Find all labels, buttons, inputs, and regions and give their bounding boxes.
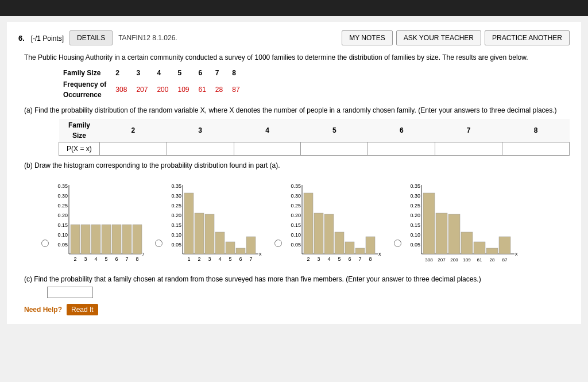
svg-rect-61 bbox=[345, 242, 354, 254]
svg-text:0.30: 0.30 bbox=[291, 193, 301, 199]
svg-text:2: 2 bbox=[74, 256, 76, 262]
svg-text:0.30: 0.30 bbox=[171, 193, 181, 199]
svg-text:0.25: 0.25 bbox=[291, 203, 301, 209]
svg-text:7: 7 bbox=[125, 256, 128, 262]
histogram-1-svg: 0.35 0.30 0.25 0.20 0.15 0.10 0.05 bbox=[52, 176, 144, 268]
svg-text:0.35: 0.35 bbox=[410, 183, 420, 189]
svg-text:x: x bbox=[259, 251, 262, 257]
svg-rect-14 bbox=[122, 225, 131, 254]
histogram-4-radio[interactable] bbox=[394, 240, 401, 247]
svg-rect-15 bbox=[133, 225, 142, 254]
svg-rect-35 bbox=[205, 214, 214, 254]
svg-text:0.20: 0.20 bbox=[171, 213, 181, 218]
svg-text:0.30: 0.30 bbox=[410, 193, 420, 199]
histogram-3: 0.35 0.30 0.25 0.20 0.15 0.10 0.05 bbox=[285, 176, 382, 268]
svg-text:0.05: 0.05 bbox=[291, 242, 301, 248]
prob-input-2[interactable] bbox=[105, 145, 162, 153]
histogram-2-radio[interactable] bbox=[155, 240, 163, 247]
svg-text:0.35: 0.35 bbox=[291, 183, 301, 189]
svg-text:2: 2 bbox=[307, 256, 310, 262]
prob-input-6[interactable] bbox=[373, 145, 430, 153]
svg-text:5: 5 bbox=[338, 256, 341, 262]
prob-input-5[interactable] bbox=[305, 145, 363, 153]
prob-input-3[interactable] bbox=[172, 145, 229, 153]
svg-text:0.10: 0.10 bbox=[291, 232, 301, 238]
question-number: 6. [-/1 Points] bbox=[18, 34, 64, 43]
svg-text:207: 207 bbox=[438, 257, 446, 263]
svg-text:61: 61 bbox=[477, 257, 482, 263]
svg-text:200: 200 bbox=[450, 257, 458, 263]
svg-text:3: 3 bbox=[208, 256, 211, 262]
part-a-text: (a) Find the probability distribution of… bbox=[24, 105, 570, 115]
svg-rect-81 bbox=[423, 193, 435, 254]
part-b: (b) Draw the histogram corresponding to … bbox=[24, 160, 570, 268]
svg-text:5: 5 bbox=[105, 256, 107, 262]
svg-rect-33 bbox=[184, 193, 194, 254]
part-c-text: (c) Find the probability that a family c… bbox=[24, 274, 570, 284]
family-size-header: Family Size bbox=[59, 119, 100, 142]
svg-rect-57 bbox=[304, 193, 313, 254]
svg-text:0.10: 0.10 bbox=[410, 232, 420, 238]
tanfin-label: TANFIN12 8.1.026. bbox=[118, 34, 177, 42]
histogram-area: 0.35 0.30 0.25 0.20 0.15 0.10 0.05 bbox=[41, 176, 570, 268]
svg-text:308: 308 bbox=[425, 257, 433, 263]
histogram-2-container: 0.35 0.30 0.25 0.20 0.15 0.10 0.05 bbox=[155, 176, 263, 268]
svg-text:0.10: 0.10 bbox=[57, 232, 68, 238]
svg-text:0.05: 0.05 bbox=[410, 242, 420, 248]
svg-text:0.25: 0.25 bbox=[171, 203, 181, 209]
part-b-text: (b) Draw the histogram corresponding to … bbox=[24, 160, 570, 171]
svg-text:28: 28 bbox=[490, 257, 495, 263]
histogram-3-radio[interactable] bbox=[274, 240, 282, 247]
svg-text:8: 8 bbox=[369, 256, 372, 262]
problem-description: The Public Housing Authority in a certai… bbox=[24, 52, 570, 63]
svg-text:0.15: 0.15 bbox=[410, 222, 420, 228]
svg-text:3: 3 bbox=[84, 256, 87, 262]
svg-text:4: 4 bbox=[327, 256, 330, 262]
svg-rect-36 bbox=[215, 232, 225, 254]
svg-text:0.20: 0.20 bbox=[410, 213, 420, 218]
svg-rect-82 bbox=[436, 213, 447, 254]
svg-text:x: x bbox=[515, 251, 518, 257]
prob-input-8[interactable] bbox=[507, 145, 564, 153]
part-c-input[interactable] bbox=[47, 287, 93, 298]
histogram-4-container: 0.35 0.30 0.25 0.20 0.15 0.10 0.05 bbox=[394, 176, 519, 268]
practice-another-button[interactable]: PRACTICE ANOTHER bbox=[485, 30, 570, 45]
histogram-3-container: 0.35 0.30 0.25 0.20 0.15 0.10 0.05 bbox=[274, 176, 382, 268]
svg-text:0.25: 0.25 bbox=[57, 203, 68, 209]
prob-input-7[interactable] bbox=[440, 145, 497, 153]
svg-text:0.05: 0.05 bbox=[171, 242, 181, 248]
svg-text:0.15: 0.15 bbox=[291, 222, 301, 228]
need-help-label: Need Help? bbox=[24, 304, 62, 315]
svg-rect-84 bbox=[461, 232, 473, 254]
svg-text:6: 6 bbox=[239, 256, 242, 262]
svg-text:109: 109 bbox=[463, 257, 471, 263]
svg-text:0.05: 0.05 bbox=[57, 242, 68, 248]
svg-rect-11 bbox=[91, 225, 100, 254]
data-table: Family Size 2 3 4 5 6 7 8 Frequency of O… bbox=[59, 67, 245, 101]
family-size-label: Family Size bbox=[59, 67, 111, 79]
svg-text:0.35: 0.35 bbox=[171, 183, 181, 189]
svg-rect-9 bbox=[71, 225, 80, 254]
histogram-4: 0.35 0.30 0.25 0.20 0.15 0.10 0.05 bbox=[404, 176, 519, 268]
svg-rect-37 bbox=[226, 242, 235, 254]
svg-rect-63 bbox=[366, 237, 375, 254]
ask-teacher-button[interactable]: ASK YOUR TEACHER bbox=[396, 30, 481, 45]
svg-text:6: 6 bbox=[348, 256, 351, 262]
read-it-button[interactable]: Read It bbox=[67, 304, 98, 315]
histogram-1-radio[interactable] bbox=[41, 240, 49, 247]
prob-input-4[interactable] bbox=[239, 145, 296, 153]
svg-text:8: 8 bbox=[136, 256, 138, 262]
histogram-2: 0.35 0.30 0.25 0.20 0.15 0.10 0.05 bbox=[165, 176, 263, 268]
my-notes-button[interactable]: MY NOTES bbox=[342, 30, 392, 45]
svg-text:87: 87 bbox=[502, 257, 508, 263]
top-bar bbox=[0, 0, 588, 16]
svg-rect-60 bbox=[335, 232, 344, 254]
histogram-3-svg: 0.35 0.30 0.25 0.20 0.15 0.10 0.05 bbox=[285, 176, 382, 268]
svg-text:0.15: 0.15 bbox=[57, 222, 68, 228]
svg-rect-38 bbox=[236, 248, 245, 254]
svg-text:3: 3 bbox=[317, 256, 320, 262]
svg-text:6: 6 bbox=[115, 256, 118, 262]
svg-rect-39 bbox=[246, 237, 256, 254]
svg-text:4: 4 bbox=[94, 256, 97, 262]
details-button[interactable]: DETAILS bbox=[69, 30, 113, 45]
